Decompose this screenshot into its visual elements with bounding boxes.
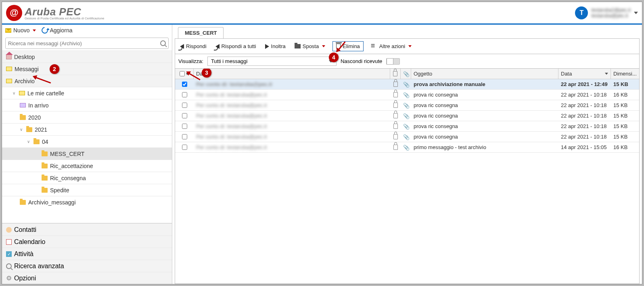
btn-label: Inoltra	[271, 43, 286, 49]
btn-label: Elimina	[343, 43, 360, 49]
nav-ric-acc[interactable]: Ric_accettazione	[2, 160, 172, 172]
from-text: Per conto di: testaruba@pec.it	[196, 123, 267, 129]
lock-icon	[393, 71, 397, 76]
nav-tasks[interactable]: ✓Attività	[2, 248, 172, 260]
chevron-down-icon	[408, 45, 412, 47]
view-select[interactable]: Tutti i messaggi	[207, 57, 337, 66]
nav-label: 2021	[35, 126, 47, 133]
main-panel: MESS_CERT Rispondi Rispondi a tutti Inol…	[172, 25, 642, 284]
folder-icon	[42, 164, 48, 168]
app-window: Aruba PEC Gestore di Posta Certificata e…	[2, 2, 642, 284]
account-line1: testaruba2@pec.it	[591, 7, 631, 13]
nav-04[interactable]: ∨04	[2, 135, 172, 147]
col-subject[interactable]: Oggetto	[411, 69, 558, 79]
date-text: 22 apr 2021 - 10:18	[558, 121, 611, 131]
account-menu[interactable]: T testaruba2@pec.it testaruba@pec.it	[575, 6, 638, 19]
nav-myfolders[interactable]: ∨Le mie cartelle	[2, 87, 172, 99]
table-row[interactable]: Per conto di: testaruba@pec.itprova ric …	[175, 132, 639, 142]
more-actions-button[interactable]: Altre azioni	[369, 42, 413, 50]
table-row[interactable]: Per conto di: testaruba@pec.itprova ric …	[175, 90, 639, 100]
nav-desktop[interactable]: Desktop	[2, 50, 172, 63]
nav-inbox[interactable]: In arrivo	[2, 99, 172, 111]
table-row[interactable]: Per conto di: testaruba@pec.itprimo mess…	[175, 142, 639, 153]
size-text: 15 KB	[611, 111, 639, 121]
nav-label: Calendario	[14, 238, 45, 246]
search-input[interactable]	[8, 40, 160, 46]
col-label: Dimensi...	[613, 71, 637, 77]
nav-label: Archivio	[15, 78, 35, 84]
nav-label: Opzioni	[14, 275, 36, 282]
paperclip-icon	[403, 134, 409, 140]
table-row[interactable]: Per conto di: testaruba@pec.itprova ric …	[175, 100, 639, 111]
folder-icon	[295, 44, 301, 48]
col-attach	[401, 69, 411, 79]
col-from[interactable]: Da 3	[194, 69, 390, 79]
col-size[interactable]: Dimensi...	[611, 69, 639, 79]
nav-options[interactable]: ⚙Opzioni	[2, 272, 172, 284]
row-checkbox[interactable]	[182, 113, 187, 118]
row-checkbox[interactable]	[182, 92, 187, 97]
col-date[interactable]: Data	[558, 69, 611, 79]
table-body: Per conto di: testaruba@pec.itprova arch…	[175, 79, 639, 153]
reply-button[interactable]: Rispondi	[178, 42, 208, 50]
nav-2021[interactable]: ∨2021	[2, 123, 172, 135]
subject-text: primo messaggio - test archivio	[411, 142, 558, 152]
nav-advsearch[interactable]: Ricerca avanzata	[2, 260, 172, 272]
nav-messages[interactable]: Messaggi 2	[2, 63, 172, 75]
replyall-button[interactable]: Rispondi a tutti	[214, 42, 258, 50]
date-text: 22 apr 2021 - 12:49	[558, 79, 611, 89]
table-row[interactable]: Per conto di: testaruba@pec.itprova ric …	[175, 121, 639, 132]
forward-button[interactable]: Inoltra	[263, 42, 287, 50]
search-box[interactable]	[5, 38, 169, 49]
from-text: Per conto di: testaruba@pec.it	[196, 134, 267, 140]
nav-ric-con[interactable]: Ric_consegna	[2, 172, 172, 184]
new-button[interactable]: Nuovo	[5, 27, 36, 34]
folder-icon	[42, 176, 48, 181]
annotation-badge-3: 3	[202, 69, 211, 78]
row-checkbox[interactable]	[182, 82, 187, 87]
paperclip-icon	[403, 113, 409, 119]
paperclip-icon	[403, 71, 409, 77]
folder-icon	[20, 115, 26, 120]
from-text: Per conto di: testaruba@pec.it	[196, 81, 272, 87]
row-checkbox[interactable]	[182, 134, 187, 139]
subject-text: prova ric consegna	[411, 132, 558, 142]
select-all-checkbox[interactable]	[180, 71, 185, 76]
body: Nuovo Aggiorna Desktop Messaggi 2	[2, 25, 642, 284]
tab-mess-cert[interactable]: MESS_CERT	[178, 27, 224, 38]
search-icon	[6, 263, 12, 269]
nav-spedite[interactable]: Spedite	[2, 184, 172, 196]
col-lock	[390, 69, 401, 79]
nav-label: Spedite	[50, 187, 69, 193]
row-checkbox[interactable]	[182, 124, 187, 129]
lock-icon	[393, 134, 398, 139]
nav-label: Ricerca avanzata	[14, 263, 64, 270]
size-text: 15 KB	[611, 100, 639, 110]
nav-arch-msg[interactable]: Archivio_messaggi	[2, 196, 172, 208]
envelope-icon	[20, 103, 26, 107]
move-button[interactable]: Sposta	[293, 42, 327, 50]
nav-label: Archivio_messaggi	[28, 199, 76, 206]
refresh-button[interactable]: Aggiorna	[42, 27, 72, 34]
chevron-down-icon	[634, 12, 638, 14]
nav-archive[interactable]: Archivio	[2, 75, 172, 87]
row-checkbox[interactable]	[182, 145, 187, 150]
table-row[interactable]: Per conto di: testaruba@pec.itprova ric …	[175, 111, 639, 121]
search-icon	[160, 40, 166, 46]
expand-icon: ∨	[27, 139, 31, 144]
row-checkbox[interactable]	[182, 103, 187, 108]
nav-tree: Desktop Messaggi 2 Archivio ∨Le mie cart…	[2, 50, 172, 223]
nav-calendar[interactable]: Calendario	[2, 236, 172, 248]
table-row[interactable]: Per conto di: testaruba@pec.itprova arch…	[175, 79, 639, 90]
nav-2020[interactable]: 2020	[2, 111, 172, 123]
btn-label: Rispondi a tutti	[222, 43, 256, 49]
nav-contacts[interactable]: Contatti	[2, 223, 172, 236]
subject-text: prova ric consegna	[411, 100, 558, 110]
hide-receipts-toggle[interactable]	[386, 58, 400, 65]
nav-mess-cert[interactable]: MESS_CERT	[2, 147, 172, 160]
size-text: 15 KB	[611, 121, 639, 131]
brand-subtitle: Gestore di Posta Certificata ed Autorità…	[25, 17, 104, 20]
select-value: Tutti i messaggi	[211, 58, 248, 64]
subject-text: prova ric consegna	[411, 90, 558, 100]
paperclip-icon	[403, 92, 409, 98]
